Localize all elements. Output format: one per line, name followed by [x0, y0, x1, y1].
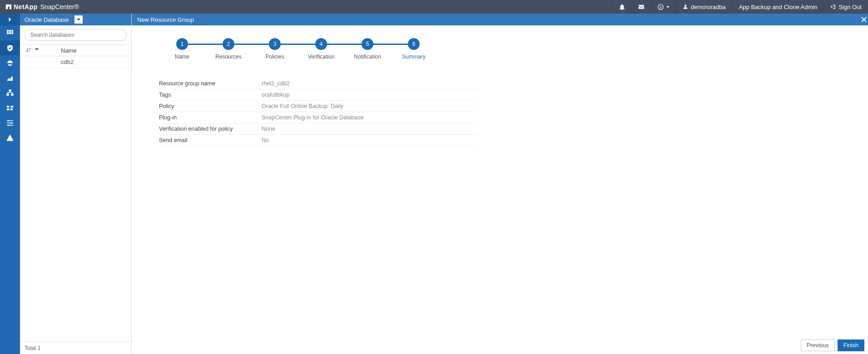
- summary-row: PolicyOracle Full Online Backup: Daily: [159, 101, 477, 112]
- content-header: New Resource Group: [132, 14, 868, 25]
- summary-key: Verification enabled for policy: [159, 126, 262, 132]
- grid-icon: [6, 30, 14, 37]
- column-name[interactable]: Name: [56, 47, 77, 54]
- resource-type-dropdown[interactable]: [74, 15, 83, 24]
- shield-icon: [6, 44, 14, 52]
- resources-pane: Oracle Database Name cdb2 Total 1: [20, 14, 132, 354]
- nav-rail: [0, 14, 20, 354]
- chevron-right-icon: [8, 17, 12, 22]
- sort-controls[interactable]: [20, 48, 56, 53]
- svg-point-6: [10, 122, 12, 123]
- hierarchy-icon: [6, 89, 14, 97]
- notifications-button[interactable]: [612, 0, 631, 14]
- rail-storage[interactable]: [0, 100, 20, 115]
- total-label: Total: [25, 345, 36, 351]
- summary-key: Resource group name: [159, 80, 262, 87]
- sliders-icon: [6, 119, 14, 127]
- brand-company: NetApp: [14, 3, 38, 10]
- signout-button[interactable]: Sign Out: [823, 0, 868, 14]
- svg-point-5: [8, 120, 9, 121]
- wizard-step-name[interactable]: 1Name: [159, 38, 205, 60]
- role-label[interactable]: App Backup and Clone Admin: [732, 0, 824, 14]
- user-menu[interactable]: demo\oradba: [676, 0, 732, 14]
- step-number: 5: [362, 38, 373, 50]
- netapp-logo: NetApp: [5, 3, 38, 10]
- summary-value: orafullbkup: [262, 92, 477, 98]
- user-icon: [683, 4, 688, 10]
- summary-value: Oracle Full Online Backup: Daily: [262, 103, 477, 109]
- summary-value: SnapCenter Plug-in for Oracle Database: [262, 114, 477, 121]
- svg-rect-3: [7, 94, 9, 95]
- summary-table: Resource group namerhel2_cdb2Tagsorafull…: [159, 78, 477, 146]
- summary-row: Tagsorafullbkup: [159, 89, 477, 101]
- summary-key: Tags: [159, 92, 262, 98]
- summary-row: Verification enabled for policyNone: [159, 123, 477, 135]
- summary-key: Send email: [159, 137, 262, 143]
- step-number: 1: [176, 38, 188, 50]
- wizard-step-summary[interactable]: 6Summary: [391, 38, 437, 60]
- wizard-step-policies[interactable]: 3Policies: [252, 38, 298, 60]
- step-label: Summary: [402, 54, 425, 60]
- step-label: Policies: [265, 54, 284, 60]
- messages-button[interactable]: [631, 0, 651, 14]
- chevron-down-icon: [77, 18, 80, 21]
- search-input[interactable]: [25, 29, 127, 41]
- step-number: 4: [315, 38, 327, 50]
- svg-rect-2: [9, 90, 11, 91]
- warning-icon: [6, 134, 14, 142]
- flag-icon: [35, 48, 40, 53]
- svg-point-7: [8, 124, 10, 126]
- summary-row: Send emailNo: [159, 135, 477, 146]
- blocks-icon: [6, 104, 14, 112]
- step-label: Notification: [354, 54, 381, 60]
- button-bar: Previous Finish: [801, 339, 864, 351]
- summary-key: Plug-in: [159, 114, 262, 121]
- chevron-down-icon: [666, 5, 670, 9]
- close-icon: [861, 16, 867, 23]
- total-count: 1: [38, 345, 41, 351]
- help-icon: ?: [658, 4, 664, 10]
- summary-row: Plug-inSnapCenter Plug-in for Oracle Dat…: [159, 112, 477, 123]
- help-button[interactable]: ?: [651, 0, 676, 14]
- wizard-step-verification[interactable]: 4Verification: [298, 38, 344, 60]
- rail-expand-button[interactable]: [0, 14, 20, 25]
- rail-dashboard[interactable]: [0, 25, 20, 40]
- resource-name: cdb2: [56, 59, 74, 65]
- app-header: NetApp SnapCenter® ? demo\oradba App Bac…: [0, 0, 868, 14]
- step-label: Verification: [308, 54, 335, 60]
- gauge-icon: [6, 59, 14, 67]
- chart-icon: [6, 74, 14, 82]
- summary-row: Resource group namerhel2_cdb2: [159, 78, 477, 89]
- resource-row[interactable]: cdb2: [20, 56, 131, 68]
- user-name: demo\oradba: [691, 4, 726, 10]
- step-label: Name: [175, 54, 189, 60]
- step-number: 6: [408, 38, 420, 50]
- summary-value: No: [262, 137, 477, 143]
- summary-value: None: [262, 126, 477, 132]
- rail-resources[interactable]: [0, 40, 20, 55]
- rail-alerts[interactable]: [0, 130, 20, 145]
- rail-monitor[interactable]: [0, 55, 20, 70]
- content-area: New Resource Group 1Name2Resources3Polic…: [132, 14, 868, 354]
- wizard-step-resources[interactable]: 2Resources: [205, 38, 252, 60]
- search-container: [20, 25, 131, 44]
- wizard-step-notification[interactable]: 5Notification: [344, 38, 391, 60]
- signout-icon: [830, 4, 836, 10]
- close-button[interactable]: [860, 14, 868, 25]
- pane-footer: Total 1: [20, 341, 131, 354]
- bell-icon: [619, 4, 625, 10]
- resource-type-label: Oracle Database: [25, 16, 69, 23]
- summary-key: Policy: [159, 103, 262, 109]
- svg-rect-4: [11, 94, 13, 95]
- sort-icon: [26, 48, 32, 53]
- brand: NetApp SnapCenter®: [0, 0, 84, 14]
- svg-text:?: ?: [660, 5, 662, 9]
- previous-button[interactable]: Previous: [801, 339, 835, 351]
- mail-icon: [638, 4, 645, 10]
- finish-button[interactable]: Finish: [838, 339, 864, 351]
- rail-hosts[interactable]: [0, 85, 20, 100]
- step-label: Resources: [215, 54, 241, 60]
- rail-settings[interactable]: [0, 115, 20, 130]
- wizard-steps: 1Name2Resources3Policies4Verification5No…: [159, 38, 841, 60]
- rail-reports[interactable]: [0, 70, 20, 85]
